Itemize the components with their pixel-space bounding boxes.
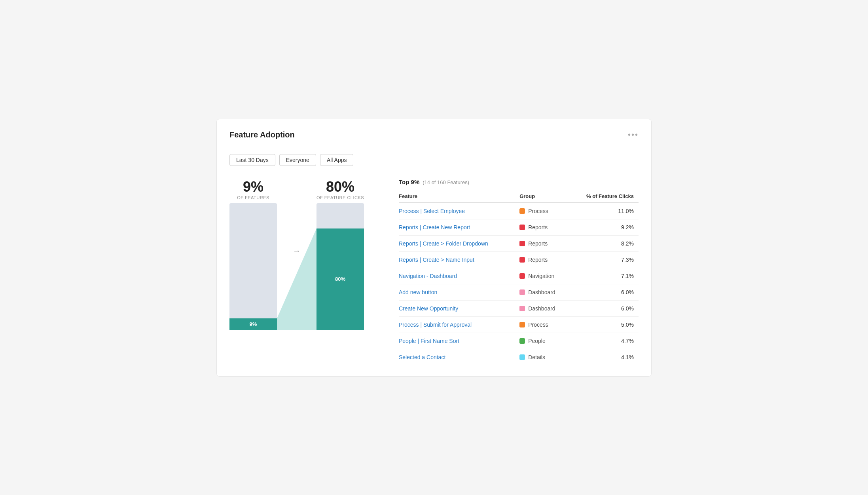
group-cell-4: Navigation (519, 268, 572, 284)
filter-audience[interactable]: Everyone (279, 154, 316, 166)
features-table: Feature Group % of Feature Clicks Proces… (399, 190, 639, 365)
pct-cell-5: 6.0% (572, 284, 639, 300)
group-dot-9 (519, 354, 525, 360)
group-label-5: Dashboard (528, 289, 555, 295)
bar1-block: 9% OF FEATURES 9% (229, 179, 277, 330)
group-dot-5 (519, 289, 525, 295)
group-label-3: Reports (528, 257, 548, 263)
group-label-6: Dashboard (528, 305, 555, 312)
bar2-bg: 80% (316, 203, 364, 330)
pct-cell-2: 8.2% (572, 235, 639, 251)
group-label-9: Details (528, 354, 545, 360)
bar1-sub-label: OF FEATURES (237, 195, 269, 200)
group-cell-0: Process (519, 203, 572, 219)
feature-name-3[interactable]: Reports | Create > Name Input (399, 251, 519, 268)
group-cell-1: Reports (519, 219, 572, 235)
bar2-top-label: 80% OF FEATURE CLICKS (316, 179, 364, 200)
feature-name-4[interactable]: Navigation - Dashboard (399, 268, 519, 284)
table-row: Reports | Create New ReportReports9.2% (399, 219, 639, 235)
group-dot-4 (519, 273, 525, 279)
group-dot-3 (519, 257, 525, 263)
group-label-0: Process (528, 208, 548, 214)
card-title: Feature Adoption (229, 130, 295, 139)
pct-cell-0: 11.0% (572, 203, 639, 219)
feature-name-2[interactable]: Reports | Create > Folder Dropdown (399, 235, 519, 251)
table-row: Create New OpportunityDashboard6.0% (399, 300, 639, 316)
table-row: Reports | Create > Name InputReports7.3% (399, 251, 639, 268)
table-header-row: Top 9% (14 of 160 Features) (399, 179, 639, 185)
bar1-percent: 9% (237, 179, 269, 195)
feature-name-1[interactable]: Reports | Create New Report (399, 219, 519, 235)
chart-area: 9% OF FEATURES 9% (229, 179, 380, 330)
pct-cell-1: 9.2% (572, 219, 639, 235)
group-cell-6: Dashboard (519, 300, 572, 316)
funnel-svg (277, 203, 316, 330)
filters-bar: Last 30 DaysEveryoneAll Apps (229, 154, 639, 166)
table-row: Navigation - DashboardNavigation7.1% (399, 268, 639, 284)
group-dot-1 (519, 225, 525, 230)
group-cell-2: Reports (519, 235, 572, 251)
feature-name-0[interactable]: Process | Select Employee (399, 203, 519, 219)
feature-name-9[interactable]: Selected a Contact (399, 349, 519, 365)
more-options-icon[interactable]: ••• (628, 130, 639, 139)
table-area: Top 9% (14 of 160 Features) Feature Grou… (399, 179, 639, 365)
filter-apps[interactable]: All Apps (320, 154, 354, 166)
main-content: 9% OF FEATURES 9% (229, 179, 639, 365)
pct-cell-7: 5.0% (572, 316, 639, 333)
feature-adoption-card: Feature Adoption ••• Last 30 DaysEveryon… (216, 119, 652, 377)
group-cell-7: Process (519, 316, 572, 333)
group-dot-7 (519, 322, 525, 327)
table-top-sub: (14 of 160 Features) (423, 179, 469, 185)
bar2-container: 80% (316, 203, 364, 330)
feature-name-6[interactable]: Create New Opportunity (399, 300, 519, 316)
bar1-fill-label: 9% (250, 319, 257, 329)
table-row: Reports | Create > Folder DropdownReport… (399, 235, 639, 251)
funnel-connector: → (277, 203, 316, 330)
group-label-8: People (528, 338, 546, 344)
bar1-bg: 9% (229, 203, 277, 330)
svg-marker-0 (277, 228, 316, 330)
group-dot-0 (519, 208, 525, 214)
filter-date-range[interactable]: Last 30 Days (229, 154, 275, 166)
pct-cell-6: 6.0% (572, 300, 639, 316)
bar2-block: 80% OF FEATURE CLICKS 80% (316, 179, 364, 330)
bar2-sub-label: OF FEATURE CLICKS (316, 195, 364, 200)
feature-name-5[interactable]: Add new button (399, 284, 519, 300)
col-group: Group (519, 190, 572, 203)
group-dot-8 (519, 338, 525, 344)
pct-cell-9: 4.1% (572, 349, 639, 365)
arrow-indicator: → (293, 246, 301, 255)
pct-cell-4: 7.1% (572, 268, 639, 284)
group-dot-2 (519, 241, 525, 246)
table-row: Process | Submit for ApprovalProcess5.0% (399, 316, 639, 333)
table-row: Selected a ContactDetails4.1% (399, 349, 639, 365)
bar1-top-label: 9% OF FEATURES (237, 179, 269, 200)
group-cell-3: Reports (519, 251, 572, 268)
bar1-fill: 9% (229, 318, 277, 330)
group-cell-9: Details (519, 349, 572, 365)
group-label-7: Process (528, 322, 548, 328)
table-header: Feature Group % of Feature Clicks (399, 190, 639, 203)
group-label-1: Reports (528, 224, 548, 230)
col-feature: Feature (399, 190, 519, 203)
group-dot-6 (519, 306, 525, 311)
feature-name-8[interactable]: People | First Name Sort (399, 333, 519, 349)
group-label-4: Navigation (528, 273, 554, 279)
table-row: Process | Select EmployeeProcess11.0% (399, 203, 639, 219)
table-top-label: Top 9% (399, 179, 419, 185)
feature-name-7[interactable]: Process | Submit for Approval (399, 316, 519, 333)
group-label-2: Reports (528, 240, 548, 247)
bar1-container: 9% (229, 203, 277, 330)
bar2-percent: 80% (316, 179, 364, 195)
col-pct: % of Feature Clicks (572, 190, 639, 203)
pct-cell-3: 7.3% (572, 251, 639, 268)
group-cell-8: People (519, 333, 572, 349)
group-cell-5: Dashboard (519, 284, 572, 300)
bar2-fill-label: 80% (335, 274, 345, 284)
card-header: Feature Adoption ••• (229, 130, 639, 146)
table-row: People | First Name SortPeople4.7% (399, 333, 639, 349)
pct-cell-8: 4.7% (572, 333, 639, 349)
table-row: Add new buttonDashboard6.0% (399, 284, 639, 300)
bar2-fill: 80% (316, 228, 364, 330)
